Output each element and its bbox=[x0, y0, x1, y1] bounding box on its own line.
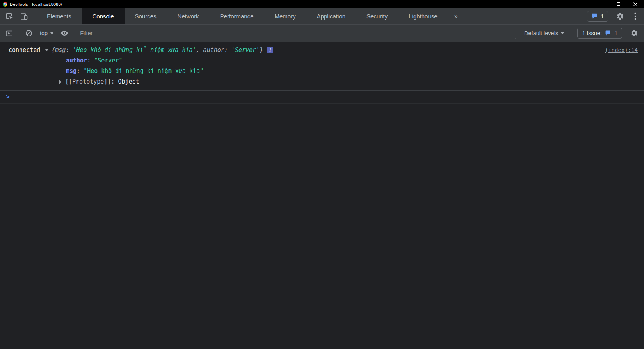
preview-string-value: 'Heo khô đi những kỉ niệm xưa kia' bbox=[73, 46, 196, 53]
value-info-icon[interactable]: i bbox=[267, 47, 273, 53]
more-tabs-chevron: » bbox=[454, 13, 458, 20]
tab-lighthouse[interactable]: Lighthouse bbox=[398, 8, 448, 24]
property-value: "Heo khô đi những kỉ niệm xưa kia" bbox=[84, 68, 203, 75]
chrome-logo-icon bbox=[3, 2, 7, 7]
maximize-icon bbox=[617, 2, 620, 6]
chevron-down-icon bbox=[50, 32, 53, 34]
tab-label: Security bbox=[366, 13, 388, 20]
devtools-settings-button[interactable] bbox=[613, 8, 628, 24]
messages-count: 1 bbox=[601, 13, 604, 20]
kebab-menu-icon bbox=[634, 12, 636, 20]
eye-icon bbox=[60, 29, 69, 37]
tab-label: Lighthouse bbox=[409, 13, 437, 20]
issues-label: 1 Issue: bbox=[582, 30, 602, 36]
clear-console-button[interactable] bbox=[21, 25, 36, 42]
log-levels-dropdown[interactable]: Default levels bbox=[521, 30, 568, 36]
window-title: DevTools - localhost:8080/ bbox=[10, 2, 62, 7]
clear-console-icon bbox=[25, 29, 33, 37]
tab-security[interactable]: Security bbox=[356, 8, 398, 24]
inspect-cursor-icon bbox=[5, 12, 13, 20]
tabbar-separator bbox=[34, 12, 34, 21]
message-bubble-icon bbox=[591, 13, 598, 20]
toolbar-separator bbox=[570, 28, 570, 38]
inspect-element-button[interactable] bbox=[2, 8, 16, 24]
log-text: connected bbox=[9, 45, 40, 55]
maximize-button[interactable] bbox=[610, 0, 627, 8]
prototype-key: [[Prototype]] bbox=[65, 77, 111, 87]
tab-label: Console bbox=[93, 13, 114, 20]
close-icon bbox=[633, 2, 637, 6]
issues-count: 1 bbox=[614, 30, 617, 36]
tabbar-spacer bbox=[464, 8, 587, 24]
property-separator: : bbox=[76, 68, 84, 75]
preview-separator: : bbox=[66, 46, 73, 53]
collapse-triangle-icon bbox=[59, 80, 62, 84]
minimize-icon bbox=[599, 4, 603, 4]
live-expression-button[interactable] bbox=[57, 25, 72, 42]
tab-memory[interactable]: Memory bbox=[264, 8, 306, 24]
tab-sources[interactable]: Sources bbox=[125, 8, 167, 24]
tab-performance[interactable]: Performance bbox=[210, 8, 264, 24]
issue-bubble-icon bbox=[605, 30, 611, 36]
object-property-row: author: "Server" bbox=[9, 55, 638, 66]
toolbar-separator bbox=[19, 28, 19, 38]
context-selector-dropdown[interactable]: top bbox=[36, 30, 57, 36]
log-levels-label: Default levels bbox=[524, 30, 558, 36]
object-property-row: msg: "Heo khô đi những kỉ niệm xưa kia" bbox=[9, 66, 638, 77]
prototype-row[interactable]: [[Prototype]]: Object bbox=[9, 77, 638, 87]
console-messages-badge[interactable]: 1 bbox=[587, 11, 608, 22]
console-settings-button[interactable] bbox=[627, 25, 642, 42]
property-value: "Server" bbox=[94, 57, 122, 64]
prototype-value: Object bbox=[118, 77, 139, 87]
property-key: msg bbox=[66, 68, 76, 75]
console-output: connected {msg: 'Heo khô đi những kỉ niệ… bbox=[0, 42, 644, 349]
preview-brace: { bbox=[52, 46, 55, 53]
more-tabs-button[interactable]: » bbox=[448, 8, 464, 24]
tab-label: Network bbox=[178, 13, 199, 20]
tab-label: Performance bbox=[220, 13, 254, 20]
tab-console[interactable]: Console bbox=[82, 8, 125, 24]
tab-label: Elements bbox=[47, 13, 71, 20]
preview-string-value: 'Server' bbox=[231, 46, 260, 53]
log-message-row: connected {msg: 'Heo khô đi những kỉ niệ… bbox=[9, 45, 638, 55]
close-button[interactable] bbox=[627, 0, 644, 8]
preview-separator: : bbox=[224, 46, 231, 53]
chevron-down-icon bbox=[561, 32, 564, 34]
issues-button[interactable]: 1 Issue: 1 bbox=[577, 28, 622, 39]
prompt-chevron-icon: > bbox=[6, 93, 10, 101]
tab-elements[interactable]: Elements bbox=[36, 8, 82, 24]
console-message: connected {msg: 'Heo khô đi những kỉ niệ… bbox=[0, 42, 644, 91]
preview-key: msg bbox=[55, 46, 66, 53]
prototype-separator: : bbox=[111, 77, 118, 87]
tab-label: Sources bbox=[135, 13, 157, 20]
preview-separator: , bbox=[196, 46, 203, 53]
devtools-tabbar: Elements Console Sources Network Perform… bbox=[0, 8, 644, 25]
gear-icon bbox=[616, 12, 624, 20]
console-sidebar-icon bbox=[5, 29, 13, 37]
tab-network[interactable]: Network bbox=[167, 8, 210, 24]
window-titlebar: DevTools - localhost:8080/ bbox=[0, 0, 644, 8]
gear-icon bbox=[630, 29, 638, 37]
preview-key: author bbox=[203, 46, 224, 53]
devtools-menu-button[interactable] bbox=[628, 8, 642, 24]
property-key: author bbox=[66, 57, 87, 64]
minimize-button[interactable] bbox=[592, 0, 610, 8]
context-selector-label: top bbox=[40, 30, 48, 36]
preview-brace: } bbox=[260, 46, 263, 53]
console-sidebar-toggle[interactable] bbox=[2, 25, 16, 42]
tab-label: Application bbox=[317, 13, 345, 20]
tab-label: Memory bbox=[275, 13, 296, 20]
source-location-link[interactable]: (index):14 bbox=[605, 45, 638, 55]
expand-triangle-icon[interactable] bbox=[45, 49, 49, 51]
console-prompt[interactable]: > bbox=[0, 91, 644, 104]
device-toolbar-icon bbox=[20, 12, 28, 20]
property-separator: : bbox=[87, 57, 94, 64]
device-toolbar-button[interactable] bbox=[16, 8, 31, 24]
console-filter-input[interactable] bbox=[76, 28, 516, 39]
object-preview[interactable]: {msg: 'Heo khô đi những kỉ niệm xưa kia'… bbox=[52, 45, 263, 55]
console-toolbar: top Default levels 1 Issue: 1 bbox=[0, 25, 644, 42]
tab-application[interactable]: Application bbox=[306, 8, 356, 24]
